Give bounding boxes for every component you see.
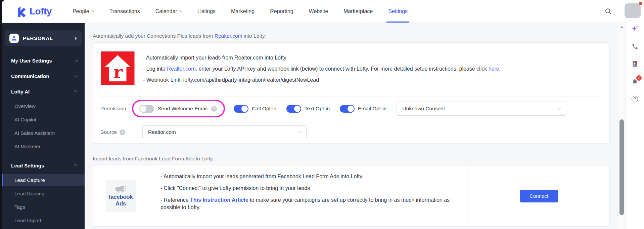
lofty-logo-icon (16, 5, 27, 18)
sidebar-item-lead-settings[interactable]: Lead Settings (2, 158, 85, 173)
sidebar-item-lead-routing[interactable]: Lead Routing (2, 187, 85, 200)
nav-item-reporting[interactable]: Reporting (270, 0, 293, 23)
user-avatar-icon (9, 34, 19, 43)
sidebar-item-ai-marketer[interactable]: AI Marketer (2, 140, 85, 153)
facebook-wordmark: facebook (109, 194, 133, 200)
notification-count-badge: 7 (636, 75, 642, 81)
lofty-app-window: Lofty People Transactions Calendar Listi… (0, 0, 644, 229)
ai-sparkle-icon[interactable] (631, 25, 639, 33)
collapsed-panel-handle[interactable] (625, 3, 641, 18)
sidebar-item-lead-capture[interactable]: Lead Capture (2, 174, 85, 186)
send-welcome-email-label: Send Welcome Email (158, 106, 208, 112)
source-row: Source ? Realtor.com (100, 121, 602, 143)
nav-item-settings[interactable]: Settings (388, 0, 408, 23)
facebook-intro-text: Import leads from Facebook Lead Form Ads… (93, 156, 610, 162)
workspace-label: PERSONAL (23, 35, 71, 41)
nav-item-marketplace[interactable]: Marketplace (343, 0, 373, 23)
alert-dot (639, 2, 642, 5)
chevron-down-icon (558, 106, 561, 110)
nav-item-listings[interactable]: Listings (197, 0, 216, 23)
facebook-bullet-1: - Automatically import your leads genera… (160, 173, 455, 180)
source-label: Source (100, 129, 117, 135)
facebook-action-area: Connect (468, 165, 609, 226)
source-label-group: Source ? (100, 129, 142, 135)
email-opt-in-toggle[interactable] (340, 105, 355, 113)
setup-instructions-here-link[interactable]: here (489, 66, 499, 72)
search-icon[interactable] (605, 8, 612, 16)
realtor-bullet-list: - Automatically import your leads from R… (143, 51, 501, 85)
help-icon[interactable]: ? (120, 129, 125, 135)
sidebar-item-ai-copilot[interactable]: AI Copilot (2, 113, 85, 126)
content-scrollbar[interactable] (618, 23, 625, 229)
sidebar-item-lofty-ai[interactable]: Lofty AI (2, 84, 85, 99)
permission-row: Permission Send Welcome Email ? Call Opt… (100, 97, 602, 121)
nav-item-marketing[interactable]: Marketing (231, 0, 255, 23)
help-icon[interactable]: ? (211, 106, 217, 112)
sidebar-item-tags[interactable]: Tags (2, 200, 85, 214)
sidebar-item-my-user-settings[interactable]: My User Settings (2, 53, 85, 68)
phone-icon[interactable] (631, 42, 639, 50)
realtor-link[interactable]: Realtor.com (215, 33, 242, 39)
call-opt-in-group: Call Opt-in (234, 105, 276, 113)
nav-item-transactions[interactable]: Transactions (109, 0, 140, 23)
settings-sidebar: PERSONAL My User Settings Communication … (2, 23, 85, 229)
realtor-integration-card: r - Automatically import your leads from… (93, 42, 610, 144)
facebook-logo-area: facebook Ads (93, 165, 148, 226)
lofty-logo-text: Lofty (30, 6, 52, 17)
nav-item-calendar[interactable]: Calendar (155, 0, 182, 23)
workspace-selector[interactable]: PERSONAL (5, 30, 82, 46)
lead-capture-content: Automatically add your Connections Plus … (85, 23, 618, 229)
chevron-up-icon (74, 164, 77, 168)
source-dropdown[interactable]: Realtor.com (142, 125, 307, 139)
source-dropdown-value: Realtor.com (148, 129, 176, 135)
call-opt-in-label: Call Opt-in (252, 106, 276, 112)
chevron-down-icon (179, 9, 182, 12)
sidebar-item-ai-sales-assistant[interactable]: AI Sales Assistant (2, 126, 85, 140)
text-opt-in-label: Text Opt-in (305, 106, 330, 112)
chevron-down-icon (75, 58, 78, 62)
realtor-bullet-webhook: - Webhook Link: lofty.com/api/thirdparty… (143, 74, 501, 85)
realtor-intro-text: Automatically add your Connections Plus … (93, 33, 610, 39)
sidebar-item-communication[interactable]: Communication (2, 68, 85, 84)
facebook-integration-card: facebook Ads - Automatically import your… (93, 165, 610, 227)
permission-label: Permission (100, 106, 126, 112)
text-opt-in-toggle[interactable] (286, 105, 301, 113)
facebook-bullet-3: - Reference This Instruction Article to … (160, 196, 455, 211)
text-opt-in-group: Text Opt-in (286, 105, 330, 113)
email-opt-in-label: Email Opt-in (358, 106, 386, 112)
consent-dropdown[interactable]: Unknown Consent (397, 102, 566, 116)
instruction-article-link[interactable]: This Instruction Article (190, 197, 248, 203)
ads-wordmark: Ads (116, 201, 126, 207)
highlight-ring: Send Welcome Email ? (132, 100, 225, 117)
main-nav: People Transactions Calendar Listings Ma… (73, 0, 408, 23)
svg-text:r: r (113, 62, 123, 82)
send-welcome-email-toggle[interactable] (139, 105, 154, 113)
email-opt-in-group: Email Opt-in (340, 105, 386, 113)
contacts-book-icon[interactable] (631, 60, 639, 68)
facebook-ads-logo: facebook Ads (106, 180, 136, 212)
call-opt-in-toggle[interactable] (234, 105, 248, 113)
scrollbar-thumb[interactable] (619, 119, 624, 215)
lofty-logo[interactable]: Lofty (16, 5, 52, 18)
scroll-up-arrow-icon[interactable] (620, 26, 624, 28)
nav-item-people[interactable]: People (73, 0, 94, 23)
notifications-bell-icon[interactable]: 7 (631, 77, 639, 85)
sidebar-item-overview[interactable]: Overview (2, 99, 85, 113)
chevron-down-icon (75, 74, 78, 77)
megaphone-icon (115, 185, 127, 194)
chevron-down-icon (91, 9, 94, 12)
right-utility-rail: 7 ? (625, 0, 644, 229)
top-navigation: Lofty People Transactions Calendar Listi… (2, 0, 644, 23)
realtor-login-link[interactable]: Realtor.com (167, 66, 195, 72)
chevron-down-icon (298, 130, 302, 133)
realtor-bullet-1: - Automatically import your leads from R… (143, 52, 501, 63)
realtor-bullet-2: - Log into Realtor.com, enter your Lofty… (143, 63, 501, 74)
help-icon[interactable]: ? (631, 95, 639, 103)
nav-item-website[interactable]: Website (309, 0, 328, 23)
sidebar-item-lead-import[interactable]: Lead Import (2, 214, 85, 227)
connect-button[interactable]: Connect (520, 190, 558, 202)
chevron-up-icon (74, 90, 77, 94)
facebook-bullet-list: - Automatically import your leads genera… (148, 165, 468, 226)
realtor-info-row: r - Automatically import your leads from… (100, 43, 602, 96)
realtor-logo: r (100, 51, 135, 85)
